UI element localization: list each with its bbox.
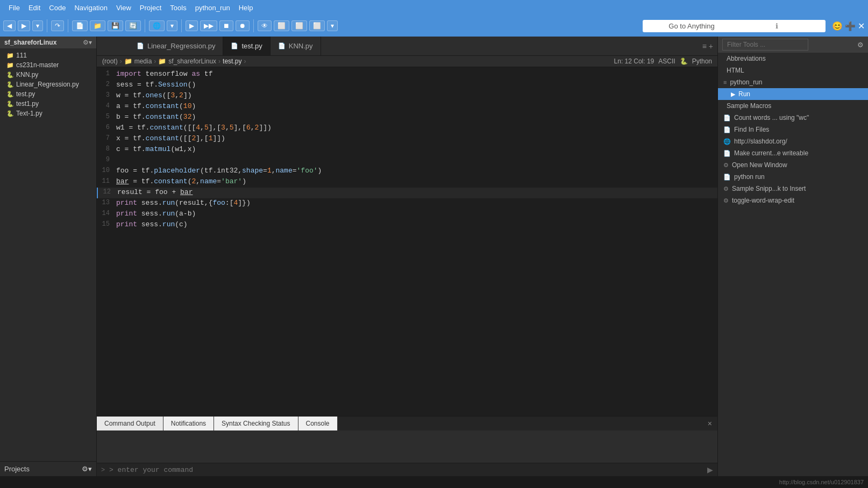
split1-button[interactable]: ⬜ xyxy=(274,20,289,31)
redo-button[interactable]: ↷ xyxy=(51,20,64,31)
globe-button[interactable]: 🌐 xyxy=(149,20,165,31)
back-button[interactable]: ◀ xyxy=(3,20,16,31)
snippet-icon: ⚙ xyxy=(723,185,729,192)
sidebar-projects: Projects ⚙▾ xyxy=(0,461,96,476)
separator-3 xyxy=(145,19,145,32)
bottom-close-button[interactable]: × xyxy=(702,417,717,430)
right-item-python-run2[interactable]: 📄 python run xyxy=(718,171,868,183)
sidebar-item-linreg[interactable]: 🐍 Linear_Regression.py xyxy=(0,80,96,89)
right-panel-gear-icon[interactable]: ⚙ xyxy=(857,41,864,49)
run1-button[interactable]: ▶ xyxy=(186,20,198,31)
right-item-sample-macros[interactable]: Sample Macros xyxy=(718,100,868,112)
filter-tools-input[interactable] xyxy=(722,39,808,51)
sidebar-item-cs231n[interactable]: 📁 cs231n-master xyxy=(0,60,96,70)
right-item-python-run[interactable]: ≡ python_run xyxy=(718,76,868,88)
new-file-button[interactable]: 📄 xyxy=(72,20,88,31)
close-icon[interactable]: ✕ xyxy=(858,21,865,31)
sidebar-item-111[interactable]: 📁 111 xyxy=(0,51,96,60)
tray-url: http://blog.csdn.net/u012901837 xyxy=(779,479,864,485)
right-item-find-in-files[interactable]: 📄 Find In Files xyxy=(718,124,868,135)
file-icon-knn: 🐍 xyxy=(6,71,14,78)
menu-code[interactable]: Code xyxy=(45,3,70,13)
menu-tools[interactable]: Tools xyxy=(166,3,190,13)
right-item-label: Run xyxy=(738,90,750,98)
command-bar: > ▶ xyxy=(97,463,717,476)
menu-navigation[interactable]: Navigation xyxy=(70,3,111,13)
code-line-1: 1 import tensorflow as tf xyxy=(97,69,717,80)
sidebar-item-label: KNN.py xyxy=(16,71,38,78)
info-icon: ℹ xyxy=(734,22,819,30)
right-item-toggle-wrap[interactable]: ⚙ toggle-word-wrap-edit xyxy=(718,195,868,206)
breadcrumb-media[interactable]: media xyxy=(134,58,152,65)
main-content: sf_shareforLinux ⚙▾ 📁 111 📁 cs231n-maste… xyxy=(0,37,868,476)
separator-5 xyxy=(253,19,254,32)
forward-button[interactable]: ▶ xyxy=(18,20,30,31)
right-item-count-words[interactable]: 📄 Count words ... using "wc" xyxy=(718,112,868,124)
sidebar-item-knn[interactable]: 🐍 KNN.py xyxy=(0,70,96,80)
right-item-html[interactable]: HTML xyxy=(718,64,868,76)
tab-notifications[interactable]: Notifications xyxy=(163,417,214,430)
run4-button[interactable]: ⏺ xyxy=(236,20,250,31)
separator-1 xyxy=(47,19,47,32)
right-item-label: Find In Files xyxy=(734,126,769,133)
tab-test[interactable]: 📄 test.py xyxy=(223,37,270,55)
run2-button[interactable]: ▶▶ xyxy=(200,20,217,31)
plus-icon[interactable]: ➕ xyxy=(845,21,856,31)
file-icon-text1: 🐍 xyxy=(6,110,14,117)
split2-button[interactable]: ⬜ xyxy=(291,20,307,31)
sidebar-item-label: Linear_Regression.py xyxy=(16,81,79,88)
language-indicator[interactable]: Python xyxy=(692,58,712,65)
tab-label-test: test.py xyxy=(241,42,262,50)
sidebar-item-test[interactable]: 🐍 test.py xyxy=(0,89,96,99)
save-button[interactable]: 💾 xyxy=(108,20,123,31)
breadcrumb: (root) › 📁 media › 📁 sf_shareforLinux › … xyxy=(97,56,717,67)
slashdot-icon: 🌐 xyxy=(723,138,731,145)
right-item-abbreviations[interactable]: Abbreviations xyxy=(718,53,868,64)
tab-syntax-checking[interactable]: Syntax Checking Status xyxy=(214,417,298,430)
sidebar: sf_shareforLinux ⚙▾ 📁 111 📁 cs231n-maste… xyxy=(0,37,97,476)
dropdown2-button[interactable]: ▾ xyxy=(167,20,177,31)
code-line-11: 11 bar = tf.constant(2,name='bar') xyxy=(97,177,717,188)
breadcrumb-right: Ln: 12 Col: 19 ASCII 🐍 Python xyxy=(614,58,712,65)
right-item-label: Sample Macros xyxy=(727,102,771,110)
sidebar-gear-icon[interactable]: ⚙▾ xyxy=(83,39,92,46)
tab-console[interactable]: Console xyxy=(298,417,338,430)
menu-edit[interactable]: Edit xyxy=(24,3,45,13)
goto-anything-container[interactable]: Go to Anything ℹ xyxy=(643,20,826,32)
sidebar-item-text1[interactable]: 🐍 Text-1.py xyxy=(0,109,96,118)
menu-project[interactable]: Project xyxy=(136,3,166,13)
tab-knn[interactable]: 📄 KNN.py xyxy=(271,37,321,55)
menu-python-run[interactable]: python_run xyxy=(191,3,234,13)
projects-gear-icon[interactable]: ⚙▾ xyxy=(82,465,92,473)
split3-button[interactable]: ⬜ xyxy=(309,20,325,31)
code-line-3: 3 w = tf.ones([3,2]) xyxy=(97,91,717,102)
menu-view[interactable]: View xyxy=(112,3,136,13)
run3-button[interactable]: ⏹ xyxy=(219,20,233,31)
right-item-make-writeable[interactable]: 📄 Make current...e writeable xyxy=(718,147,868,159)
command-run-icon[interactable]: ▶ xyxy=(707,465,713,474)
open-button[interactable]: 📁 xyxy=(90,20,105,31)
right-item-slashdot[interactable]: 🌐 http://slashdot.org/ xyxy=(718,135,868,147)
sftp-button[interactable]: 🔄 xyxy=(125,20,141,31)
sidebar-item-test1[interactable]: 🐍 test1.py xyxy=(0,99,96,109)
dropdown-button[interactable]: ▾ xyxy=(32,20,43,31)
code-editor[interactable]: 1 import tensorflow as tf 2 sess = tf.Se… xyxy=(97,67,717,416)
right-item-run[interactable]: ▶ Run xyxy=(718,88,868,100)
menu-file[interactable]: File xyxy=(4,3,24,13)
preview-button[interactable]: 👁 xyxy=(258,20,272,31)
breadcrumb-root[interactable]: (root) xyxy=(102,58,118,65)
breadcrumb-file[interactable]: test.py xyxy=(223,58,241,65)
encoding-indicator[interactable]: ASCII xyxy=(658,58,675,65)
right-item-open-window[interactable]: ⚙ Open New Window xyxy=(718,159,868,171)
file-icon-linreg: 🐍 xyxy=(6,81,14,88)
menu-help[interactable]: Help xyxy=(234,3,258,13)
tab-linear-regression[interactable]: 📄 Linear_Regression.py xyxy=(129,37,223,55)
count-words-icon: 📄 xyxy=(723,114,731,121)
tab-command-output[interactable]: Command Output xyxy=(97,417,163,430)
right-item-sample-snippet[interactable]: ⚙ Sample Snipp...k to Insert xyxy=(718,183,868,195)
tab-more-icon[interactable]: ≡ xyxy=(702,42,707,51)
tab-add-icon[interactable]: + xyxy=(709,42,713,51)
breadcrumb-sf[interactable]: sf_shareforLinux xyxy=(168,58,216,65)
more-button[interactable]: ▾ xyxy=(327,20,338,31)
command-input[interactable] xyxy=(109,466,703,474)
